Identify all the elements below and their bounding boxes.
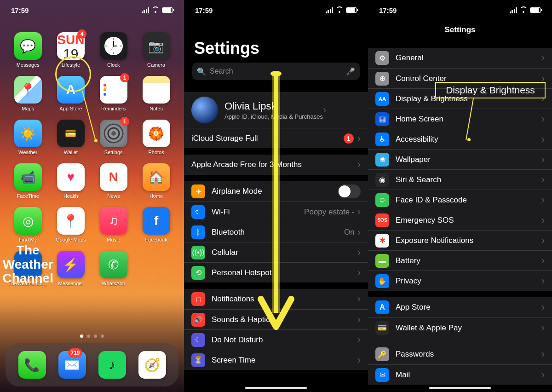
- chevron-right-icon: ›: [357, 334, 361, 346]
- badge: 4: [77, 29, 86, 39]
- app-whatsapp[interactable]: ✆WhatsApp: [94, 251, 133, 286]
- hotspot-icon: ⟲: [191, 266, 205, 280]
- row-hotspot[interactable]: ⟲Personal Hotspot›: [184, 262, 368, 282]
- row-display-brightness[interactable]: AADisplay & Brightness›: [368, 88, 552, 109]
- wifi-icon: ᯤ: [191, 205, 205, 219]
- mic-icon[interactable]: 🎤: [346, 67, 355, 76]
- row-wifi[interactable]: ᯤWi-FiPoopy estate -›: [184, 202, 368, 222]
- chevron-right-icon: ›: [357, 293, 361, 305]
- app-findmy[interactable]: ◎Find My: [8, 207, 47, 242]
- app-camera[interactable]: 📷Camera: [137, 32, 176, 68]
- row-cellular[interactable]: ((•))Cellular›: [184, 242, 368, 262]
- health-icon: ♥: [57, 163, 85, 191]
- app-weather[interactable]: ☀️Weather: [8, 120, 47, 155]
- row-privacy[interactable]: ✋Privacy›: [368, 271, 552, 291]
- row-mail[interactable]: ✉Mail›: [368, 364, 552, 385]
- app-grid: 💬Messages 4 SUN19 Lifestyle Clock 📷Camer…: [0, 32, 184, 286]
- home-indicator[interactable]: [245, 387, 307, 389]
- accessibility-icon: ♿︎: [375, 133, 389, 146]
- app-settings[interactable]: 1 Settings: [94, 120, 133, 155]
- row-sounds[interactable]: 🔊Sounds & Haptics›: [184, 309, 368, 329]
- home-screen-icon: ▦: [375, 112, 389, 126]
- status-bar: 17:59: [0, 0, 184, 20]
- apple-arcade-row[interactable]: Apple Arcade Free for 3 Months›: [184, 155, 368, 175]
- appstore-icon: A: [375, 300, 389, 314]
- app-health[interactable]: ♥Health: [51, 163, 90, 199]
- app-weatherchannel[interactable]: TheWeatherChannelTheWeatherCh…: [8, 251, 47, 286]
- facebook-icon: f: [143, 207, 170, 235]
- search-field[interactable]: 🔍 Search 🎤: [192, 63, 360, 80]
- toggle[interactable]: [338, 184, 361, 198]
- battery-icon: [162, 7, 173, 13]
- dock-mail[interactable]: 719✉️: [58, 351, 86, 379]
- row-appstore[interactable]: AApp Store›: [368, 297, 552, 317]
- row-control-center[interactable]: ⊕Control Center›: [368, 68, 552, 88]
- chevron-right-icon: ›: [357, 206, 361, 218]
- app-appstore[interactable]: AApp Store: [51, 76, 90, 111]
- home-indicator[interactable]: [429, 387, 491, 389]
- row-home-screen[interactable]: ▦Home Screen›: [368, 109, 552, 129]
- row-dnd[interactable]: ☾Do Not Disturb›: [184, 329, 368, 350]
- dock-spotify[interactable]: ♪: [98, 351, 126, 379]
- app-googlemaps[interactable]: 📍Google Maps: [51, 207, 90, 242]
- chevron-right-icon: ›: [541, 154, 545, 166]
- app-news[interactable]: NNews: [94, 163, 133, 199]
- chevron-right-icon: ›: [541, 348, 545, 360]
- bluetooth-icon: ᛒ: [191, 225, 205, 239]
- app-facebook[interactable]: fFacebook: [137, 207, 176, 242]
- row-wallet-pay[interactable]: 💳Wallet & Apple Pay›: [368, 317, 552, 338]
- privacy-icon: ✋: [375, 274, 389, 288]
- app-clock[interactable]: Clock: [94, 32, 133, 68]
- app-calendar[interactable]: 4 SUN19 Lifestyle: [51, 32, 90, 68]
- dock-phone[interactable]: 📞: [18, 351, 46, 379]
- row-passwords[interactable]: 🔑Passwords›: [368, 344, 552, 364]
- chevron-right-icon: ›: [541, 275, 545, 287]
- googlemaps-icon: 📍: [57, 207, 85, 235]
- sos-icon: SOS: [375, 213, 389, 227]
- app-facetime[interactable]: 📹FaceTime: [8, 163, 47, 199]
- icloud-storage-row[interactable]: iCloud Storage Full 1 ›: [184, 128, 368, 148]
- app-photos[interactable]: 🏵️Photos: [137, 120, 176, 155]
- row-general[interactable]: ⚙General›: [368, 48, 552, 68]
- status-bar: 17:59: [368, 0, 552, 20]
- apple-id-row[interactable]: Olivia LipskiApple ID, iCloud, Media & P…: [184, 92, 368, 128]
- cellular-icon: ((•)): [191, 246, 205, 259]
- row-battery[interactable]: ▬Battery›: [368, 250, 552, 271]
- chevron-right-icon: ›: [541, 174, 545, 186]
- airplane-icon: ✈: [191, 184, 205, 198]
- row-screentime[interactable]: ⏳Screen Time›: [184, 350, 368, 370]
- app-messenger[interactable]: ⚡Messenger: [51, 251, 90, 286]
- settings-content[interactable]: ⚙General› ⊕Control Center› AADisplay & B…: [368, 41, 552, 392]
- row-exposure[interactable]: ✱Exposure Notifications›: [368, 230, 552, 250]
- page-indicator[interactable]: [0, 334, 184, 338]
- app-home[interactable]: 🏠Home: [137, 163, 176, 199]
- badge: 719: [68, 348, 82, 357]
- dock-safari[interactable]: 🧭: [138, 351, 166, 379]
- chevron-right-icon: ›: [357, 354, 361, 366]
- row-bluetooth[interactable]: ᛒBluetoothOn›: [184, 222, 368, 242]
- svg-point-11: [111, 131, 116, 136]
- app-notes[interactable]: Notes: [137, 76, 176, 111]
- row-accessibility[interactable]: ♿︎Accessibility›: [368, 129, 552, 149]
- row-siri[interactable]: ◉Siri & Search›: [368, 169, 552, 190]
- app-music[interactable]: ♫Music: [94, 207, 133, 242]
- row-faceid[interactable]: ☺Face ID & Passcode›: [368, 190, 552, 210]
- status-bar: 17:59: [184, 0, 368, 20]
- badge: 1: [120, 73, 129, 82]
- wallet-icon: 💳: [375, 321, 389, 335]
- control-center-icon: ⊕: [375, 72, 389, 86]
- appstore-icon: A: [57, 76, 85, 104]
- faceid-icon: ☺: [375, 193, 389, 207]
- row-airplane[interactable]: ✈Airplane Mode: [184, 181, 368, 202]
- chevron-right-icon: ›: [541, 113, 545, 125]
- settings-content[interactable]: Olivia LipskiApple ID, iCloud, Media & P…: [184, 86, 368, 392]
- app-wallet[interactable]: 💳Wallet: [51, 120, 90, 155]
- app-maps[interactable]: 📍Maps: [8, 76, 47, 111]
- row-notifications[interactable]: ◻Notifications›: [184, 289, 368, 309]
- row-sos[interactable]: SOSEmergency SOS›: [368, 210, 552, 230]
- home-screen: 17:59 💬Messages 4 SUN19 Lifestyle Clock …: [0, 0, 184, 392]
- app-reminders[interactable]: 1Reminders: [94, 76, 133, 111]
- row-wallpaper[interactable]: ❀Wallpaper›: [368, 149, 552, 169]
- app-messages[interactable]: 💬Messages: [8, 32, 47, 68]
- messenger-icon: ⚡: [57, 251, 85, 278]
